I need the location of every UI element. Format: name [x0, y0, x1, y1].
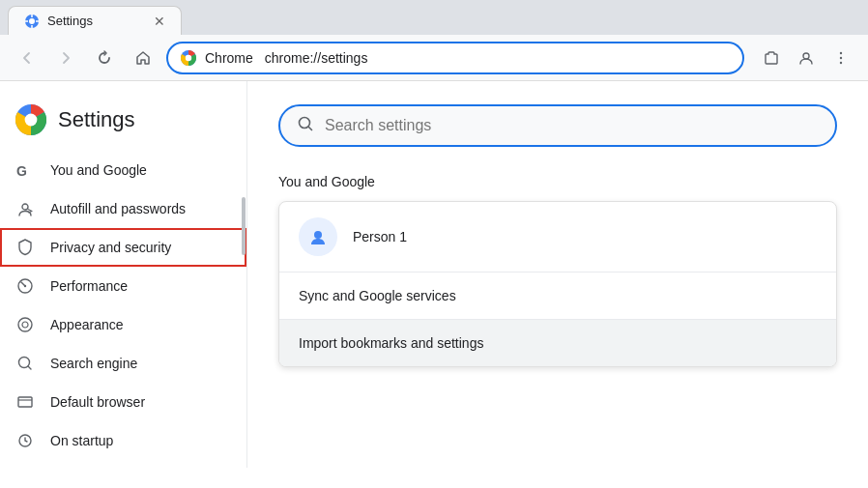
- privacy-icon: [15, 238, 35, 257]
- svg-point-14: [24, 285, 26, 287]
- tab-favicon: [24, 14, 40, 29]
- dropdown-item-label: Sync and Google services: [299, 288, 456, 303]
- svg-point-16: [22, 322, 28, 328]
- reload-button[interactable]: [89, 43, 120, 73]
- svg-rect-18: [18, 397, 32, 407]
- search-box[interactable]: [278, 104, 837, 147]
- sidebar-item-privacy[interactable]: Privacy and security: [0, 228, 246, 267]
- sidebar-header: Settings: [0, 89, 246, 151]
- default-browser-icon: [15, 392, 35, 412]
- svg-point-15: [18, 318, 32, 331]
- svg-text:G: G: [16, 163, 27, 179]
- sidebar-item-label: Appearance: [50, 317, 124, 332]
- performance-icon: [15, 276, 35, 296]
- sidebar-item-label: You and Google: [50, 162, 147, 178]
- sidebar-wrapper: Settings G You and Google Autofill and p…: [0, 81, 247, 488]
- sidebar-item-label: Performance: [50, 278, 128, 294]
- svg-point-1: [29, 18, 35, 24]
- sidebar-item-appearance[interactable]: Appearance: [0, 305, 239, 344]
- home-button[interactable]: [128, 43, 159, 73]
- address-chrome-label: Chrome: [205, 50, 253, 66]
- browser-frame: Settings ✕: [0, 0, 868, 488]
- appearance-icon: [15, 315, 35, 334]
- sidebar-item-label: Search engine: [50, 356, 137, 371]
- svg-point-10: [25, 114, 38, 127]
- sidebar-item-autofill[interactable]: Autofill and passwords: [0, 189, 239, 228]
- more-button[interactable]: [825, 43, 856, 73]
- settings-tab[interactable]: Settings ✕: [8, 6, 182, 35]
- sidebar-item-label: Autofill and passwords: [50, 201, 186, 216]
- settings-container: Settings G You and Google Autofill and p…: [0, 81, 868, 488]
- search-engine-icon: [15, 354, 35, 373]
- you-and-google-icon: G: [15, 160, 35, 180]
- svg-point-21: [314, 231, 322, 239]
- scroll-indicator: [242, 197, 246, 255]
- sidebar-item-on-startup[interactable]: On startup: [0, 421, 239, 460]
- search-icon: [296, 114, 315, 138]
- svg-point-6: [840, 51, 842, 53]
- address-url: chrome://settings: [265, 50, 368, 66]
- address-bar[interactable]: Chrome chrome://settings: [166, 42, 744, 74]
- profile-button[interactable]: [791, 43, 822, 73]
- svg-point-12: [22, 204, 28, 210]
- back-button[interactable]: [12, 43, 43, 73]
- toolbar-icons: [756, 43, 856, 73]
- sidebar-item-default-browser[interactable]: Default browser: [0, 383, 239, 421]
- sidebar-item-label: Default browser: [50, 394, 145, 410]
- main-content: You and Google Person 1 Sync and Google …: [247, 81, 868, 488]
- section-title: You and Google: [278, 174, 837, 189]
- dropdown-sync-item[interactable]: Sync and Google services: [279, 273, 836, 320]
- chrome-logo: [15, 104, 46, 135]
- dropdown-person-item[interactable]: Person 1: [279, 202, 836, 273]
- sidebar-item-you-and-google[interactable]: G You and Google: [0, 151, 239, 189]
- svg-point-20: [300, 117, 310, 128]
- address-favicon: [180, 49, 197, 67]
- dropdown-import-item[interactable]: Import bookmarks and settings: [279, 320, 836, 366]
- dropdown-item-label: Import bookmarks and settings: [299, 335, 483, 351]
- on-startup-icon: [15, 431, 35, 450]
- dropdown-container: Person 1 Sync and Google services Import…: [278, 201, 837, 367]
- forward-button[interactable]: [50, 43, 81, 73]
- svg-point-7: [840, 56, 842, 58]
- svg-point-5: [803, 53, 809, 59]
- extensions-button[interactable]: [756, 43, 787, 73]
- svg-point-4: [186, 54, 191, 60]
- person-avatar: [299, 217, 337, 256]
- tab-title: Settings: [47, 14, 93, 28]
- sidebar: Settings G You and Google Autofill and p…: [0, 81, 247, 468]
- sidebar-item-label: On startup: [50, 433, 113, 448]
- tab-close-button[interactable]: ✕: [154, 14, 165, 29]
- search-input[interactable]: [325, 117, 820, 134]
- nav-bar: Chrome chrome://settings: [0, 35, 868, 81]
- svg-point-8: [840, 61, 842, 63]
- settings-page-title: Settings: [58, 107, 135, 132]
- sidebar-item-label: Privacy and security: [50, 240, 171, 255]
- sidebar-item-search-engine[interactable]: Search engine: [0, 344, 239, 383]
- tab-bar: Settings ✕: [0, 0, 868, 35]
- sidebar-item-performance[interactable]: Performance: [0, 267, 239, 305]
- dropdown-item-label: Person 1: [353, 229, 407, 244]
- autofill-icon: [15, 199, 35, 218]
